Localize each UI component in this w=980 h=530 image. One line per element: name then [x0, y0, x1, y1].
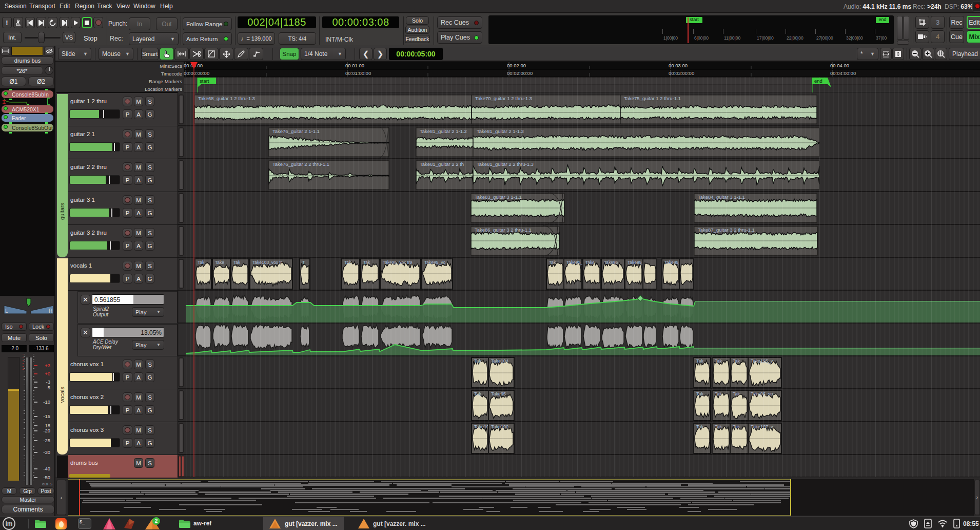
svg-text:start: start	[200, 78, 209, 84]
svg-text:00:01:00:00: 00:01:00:00	[345, 70, 371, 76]
svg-text:00:04:00:00: 00:04:00:00	[830, 70, 856, 76]
svg-text:R: R	[49, 308, 52, 314]
svg-text:00:02:00:00: 00:02:00:00	[507, 70, 533, 76]
svg-text:00:03:00: 00:03:00	[669, 63, 688, 68]
svg-text:00:04:00: 00:04:00	[830, 63, 849, 68]
svg-text:L: L	[5, 308, 8, 314]
svg-text:00:02:00: 00:02:00	[507, 63, 526, 68]
svg-text:00:00:00:00: 00:00:00:00	[184, 70, 209, 76]
svg-text:00:01:00: 00:01:00	[345, 63, 364, 68]
svg-text:00:03:00:00: 00:03:00:00	[669, 70, 694, 76]
svg-text:end: end	[814, 78, 822, 84]
